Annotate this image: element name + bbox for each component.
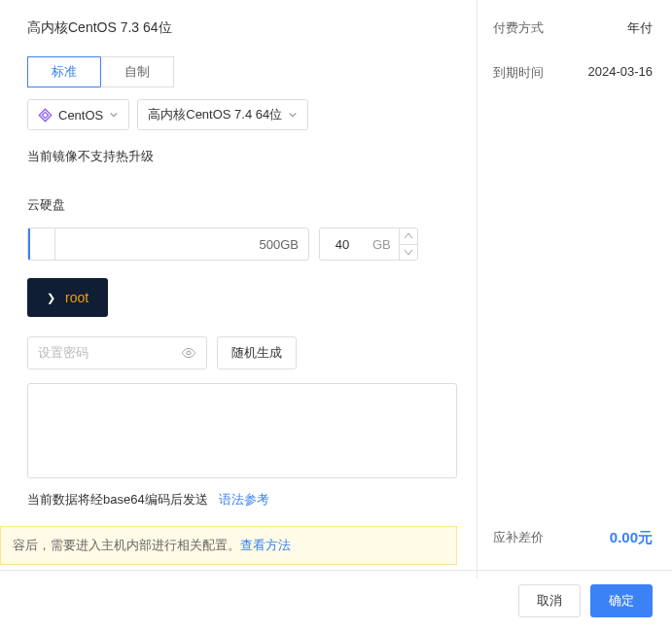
- disk-stepper: [399, 228, 417, 260]
- price-diff-row: 应补差价 0.00元: [493, 529, 653, 547]
- image-type-tabs: 标准 自制: [27, 56, 457, 88]
- os-select-row: CentOS 高内核CentOS 7.4 64位: [27, 99, 457, 130]
- disk-row: 500GB 40 GB: [27, 228, 457, 261]
- right-panel: 付费方式 年付 到期时间 2024-03-16 应补差价 0.00元: [477, 0, 672, 578]
- tab-standard[interactable]: 标准: [27, 56, 100, 88]
- disk-unit: GB: [365, 237, 399, 252]
- userdata-textarea[interactable]: [27, 383, 457, 478]
- payment-value: 年付: [627, 19, 653, 37]
- notice-text: 容后，需要进入主机内部进行相关配置。: [13, 538, 240, 552]
- disk-section-label: 云硬盘: [27, 196, 457, 214]
- random-generate-button[interactable]: 随机生成: [217, 336, 297, 369]
- root-button[interactable]: ❯ root: [27, 278, 108, 317]
- hot-upgrade-warning: 当前镜像不支持热升级: [27, 148, 457, 165]
- chevron-down-icon: [288, 110, 298, 120]
- left-panel: 高内核CentOS 7.3 64位 标准 自制 CentOS 高内核CentOS…: [0, 0, 477, 578]
- password-placeholder: 设置密码: [38, 344, 181, 362]
- slider-handle[interactable]: [28, 228, 55, 260]
- chevron-down-icon: [405, 250, 412, 255]
- encode-note: 当前数据将经base64编码后发送: [27, 492, 208, 507]
- eye-icon[interactable]: [181, 345, 196, 361]
- disk-number-input[interactable]: 40 GB: [319, 228, 418, 261]
- stepper-up[interactable]: [400, 228, 417, 245]
- image-select-label: 高内核CentOS 7.4 64位: [148, 106, 282, 123]
- chevron-right-icon: ❯: [47, 292, 55, 304]
- expire-value: 2024-03-16: [588, 64, 654, 82]
- chevron-up-icon: [405, 233, 412, 238]
- footer: 取消 确定: [0, 570, 672, 631]
- os-select[interactable]: CentOS: [27, 99, 129, 130]
- price-diff-label: 应补差价: [493, 529, 544, 547]
- syntax-link[interactable]: 语法参考: [219, 492, 269, 507]
- price-diff-value: 0.00元: [610, 529, 653, 547]
- stepper-down[interactable]: [400, 245, 417, 261]
- payment-label: 付费方式: [493, 19, 544, 37]
- notice-link[interactable]: 查看方法: [240, 538, 291, 552]
- password-input[interactable]: 设置密码: [27, 336, 207, 369]
- tab-custom[interactable]: 自制: [100, 56, 174, 88]
- os-select-label: CentOS: [58, 108, 103, 123]
- cancel-button[interactable]: 取消: [518, 584, 581, 617]
- password-row: 设置密码 随机生成: [27, 336, 457, 369]
- encode-note-row: 当前数据将经base64编码后发送 语法参考: [27, 491, 457, 508]
- chevron-down-icon: [109, 110, 119, 120]
- centos-icon: [38, 108, 53, 123]
- disk-max-label: 500GB: [260, 237, 308, 252]
- page-title: 高内核CentOS 7.3 64位: [27, 19, 457, 37]
- root-button-label: root: [65, 290, 88, 305]
- disk-value[interactable]: 40: [320, 237, 365, 252]
- disk-slider[interactable]: 500GB: [27, 228, 309, 261]
- ok-button[interactable]: 确定: [590, 584, 653, 617]
- expire-label: 到期时间: [493, 64, 544, 82]
- notice-box: 容后，需要进入主机内部进行相关配置。查看方法: [0, 526, 457, 565]
- image-select[interactable]: 高内核CentOS 7.4 64位: [137, 99, 308, 130]
- payment-row: 付费方式 年付: [493, 19, 653, 37]
- expire-row: 到期时间 2024-03-16: [493, 64, 653, 82]
